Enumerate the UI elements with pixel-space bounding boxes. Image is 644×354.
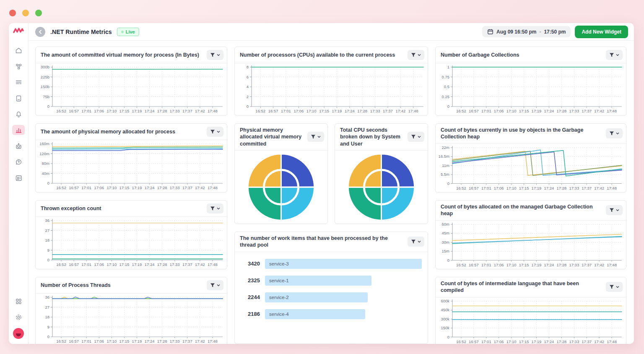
svg-text:17:28: 17:28 [357,109,367,113]
sidebar-item-logs[interactable] [12,77,25,87]
code-window-icon [15,174,23,182]
calendar-icon [487,29,493,35]
sidebar-item-session[interactable] [12,173,25,183]
filter-icon [210,129,215,134]
svg-text:300b: 300b [41,65,49,69]
sidebar-item-home[interactable] [12,45,25,55]
zoom-window-button[interactable] [35,10,42,16]
svg-text:17:48: 17:48 [607,339,617,344]
panel-title: The number of work items that have been … [240,235,404,249]
work-item-bar[interactable]: service-4 [265,309,365,319]
filter-icon [411,134,416,139]
panel-title: The amount of committed virtual memory f… [41,52,199,58]
svg-text:17:37: 17:37 [582,339,592,344]
line-chart: 3627189016:5216:5717:0117:0617:1017:1517… [36,294,227,344]
filter-button[interactable] [207,50,223,60]
svg-text:17:06: 17:06 [94,339,104,344]
brand-logo-icon[interactable] [13,27,24,36]
add-new-widget-button[interactable]: Add New Widget [575,26,628,38]
close-window-button[interactable] [9,10,16,16]
svg-text:17:19: 17:19 [532,185,542,190]
svg-text:22m: 22m [442,145,450,150]
line-chart: 8642016:5216:5717:0117:0617:1017:1517:19… [235,63,428,115]
filter-button[interactable] [408,132,424,142]
svg-text:17:48: 17:48 [208,109,218,113]
svg-text:17:48: 17:48 [208,262,218,267]
svg-text:17:06: 17:06 [94,185,104,190]
chevron-down-icon [217,130,220,133]
date-range-picker[interactable]: Aug 09 16:50 pm - 17:50 pm [482,26,571,37]
chevron-down-icon [616,54,619,56]
svg-text:17:15: 17:15 [519,109,529,113]
work-item-row: 2244service-2 [238,292,422,302]
work-item-value: 2186 [238,311,260,317]
sidebar-item-support[interactable] [12,157,25,167]
filter-button[interactable] [408,237,424,247]
line-chart: 300b225b150b75b016:5216:5717:0117:0617:1… [36,63,227,115]
svg-text:9: 9 [47,325,49,329]
filter-button[interactable] [207,127,223,137]
chart-panel-thrown-exceptions: Thrown exception count 3627189016:5216:5… [35,200,227,269]
sidebar-item-settings[interactable] [12,312,25,322]
gear-icon [15,313,23,321]
svg-text:17:37: 17:37 [182,262,192,267]
sidebar-item-metrics[interactable] [12,125,25,135]
back-button[interactable] [35,27,45,37]
svg-text:17:42: 17:42 [594,185,604,190]
svg-text:17:19: 17:19 [132,339,142,344]
chevron-down-icon [616,132,619,135]
filter-button[interactable] [307,132,324,142]
live-badge: Live [117,28,139,36]
panel-title: Total CPU seconds broken down by System … [340,127,404,147]
svg-text:0: 0 [447,104,449,109]
svg-text:17:28: 17:28 [157,262,167,267]
svg-text:17:06: 17:06 [94,109,104,113]
svg-text:17:15: 17:15 [519,262,529,267]
svg-text:17:42: 17:42 [594,109,604,113]
line-chart: 160m120m80m40m016:5216:5717:0117:0617:10… [36,140,227,192]
sidebar-item-alerts[interactable] [12,109,25,119]
svg-text:75b: 75b [43,94,49,99]
filter-button[interactable] [207,203,223,213]
sidebar-item-bot[interactable] [12,141,25,151]
panel-title: Thrown exception count [41,205,101,212]
sidebar-item-services[interactable] [12,61,25,71]
home-icon [15,47,23,55]
svg-text:120m: 120m [39,151,49,156]
filter-button[interactable] [606,205,623,215]
svg-text:17:01: 17:01 [81,262,91,267]
work-item-bar[interactable]: service-3 [265,259,422,269]
filter-button[interactable] [207,280,223,290]
robot-icon [15,142,23,150]
filter-button[interactable] [408,50,424,60]
svg-text:17:15: 17:15 [519,185,529,190]
work-item-track: service-1 [265,276,422,286]
donut-chart [235,151,327,224]
work-items-bar-list: 3420service-32325service-12244service-22… [235,252,428,344]
sidebar-item-documents[interactable] [12,93,25,103]
svg-text:17:10: 17:10 [106,185,117,190]
svg-text:17:15: 17:15 [119,262,130,267]
svg-text:17:19: 17:19 [132,262,142,267]
svg-text:17:06: 17:06 [494,262,504,267]
work-item-track: service-3 [265,259,422,269]
panel-title: Count of bytes allocated on the managed … [441,203,602,217]
svg-text:11m: 11m [442,163,449,167]
work-item-bar[interactable]: service-1 [265,276,371,286]
svg-text:225b: 225b [41,75,49,79]
svg-text:17:06: 17:06 [494,109,504,113]
minimize-window-button[interactable] [22,10,29,16]
chart-panel-gc-collections: Number of Garbage Collections 10.750.50.… [435,47,626,116]
work-item-bar[interactable]: service-2 [265,292,368,302]
svg-text:17:06: 17:06 [94,262,104,267]
filter-button[interactable] [606,50,623,60]
work-item-row: 2186service-4 [238,309,422,319]
sidebar-item-apps[interactable] [12,296,25,306]
chart-panel-work-items: The number of work items that have been … [234,232,428,344]
svg-text:17:19: 17:19 [532,109,542,113]
filter-button[interactable] [606,282,623,292]
svg-text:17:19: 17:19 [132,185,142,190]
user-avatar[interactable] [13,328,24,339]
grid-icon [15,297,23,305]
filter-button[interactable] [606,128,623,138]
